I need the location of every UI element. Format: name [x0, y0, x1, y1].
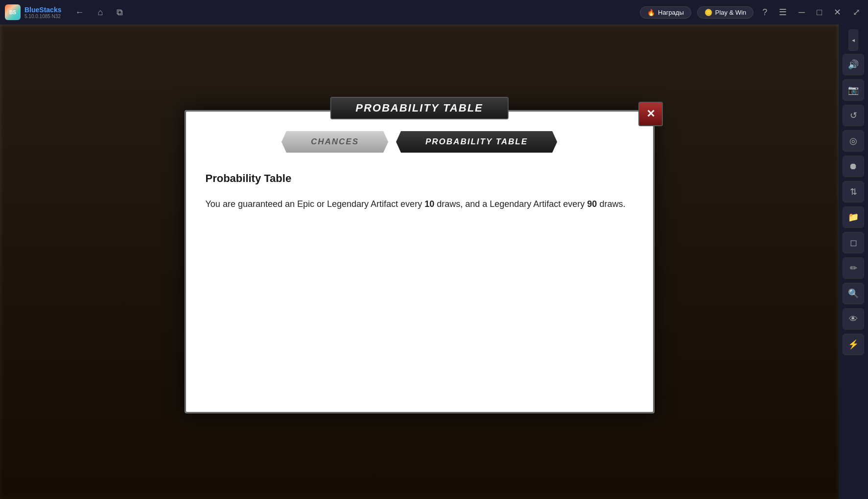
body-middle: draws, and a Legendary Artifact every [434, 199, 587, 209]
topbar: BS BlueStacks 5.10.0.1085 N32 ← ⌂ ⧉ 🔥 На… [0, 0, 868, 24]
coin-icon: 🪙 [704, 9, 712, 16]
sidebar-record-btn[interactable]: ⏺ [843, 156, 864, 177]
topbar-logo: BS BlueStacks 5.10.0.1085 N32 [5, 4, 61, 20]
body-prefix: You are guaranteed an Epic or Legendary … [206, 199, 425, 209]
modal-close-button[interactable]: ✕ [638, 102, 663, 126]
draws-90-value: 90 [587, 199, 597, 209]
home-button[interactable]: ⌂ [94, 5, 107, 20]
nagrady-label: Награды [658, 9, 684, 16]
close-window-button[interactable]: ✕ [831, 5, 844, 20]
probability-table-content: Probability Table You are guaranteed an … [206, 167, 633, 217]
body-suffix: draws. [597, 199, 625, 209]
topbar-right: 🔥 Награды 🪙 Play & Win ? ☰ ─ □ ✕ ⤢ [640, 5, 863, 20]
modal-tabs: CHANCES PROBABILITY TABLE [206, 126, 633, 153]
help-button[interactable]: ? [759, 5, 770, 20]
tab-chances[interactable]: CHANCES [282, 131, 388, 153]
modal-overlay: PROBABILITY TABLE ✕ CHANCES PROBABILITY … [0, 24, 839, 499]
close-icon: ✕ [646, 108, 655, 120]
app-version: 5.10.0.1085 N32 [24, 14, 61, 19]
sidebar-resize-btn[interactable]: ⇅ [843, 181, 864, 203]
modal-title-bar: PROBABILITY TABLE [330, 97, 509, 119]
modal-content: CHANCES PROBABILITY TABLE Probability Ta… [186, 116, 653, 236]
sidebar-draw-btn[interactable]: ✏ [843, 257, 864, 279]
playwin-button[interactable]: 🪙 Play & Win [697, 6, 754, 19]
draws-10-value: 10 [424, 199, 434, 209]
menu-button[interactable]: ☰ [776, 5, 790, 20]
sidebar-folder-btn[interactable]: 📁 [843, 206, 864, 228]
back-button[interactable]: ← [71, 5, 88, 20]
topbar-nav: ← ⌂ ⧉ [71, 5, 127, 20]
sidebar-settings-btn[interactable]: ◎ [843, 130, 864, 152]
tab-probability-table[interactable]: PROBABILITY TABLE [396, 131, 557, 153]
sidebar-rotate-btn[interactable]: ↺ [843, 105, 864, 126]
sidebar-macro-btn[interactable]: ⚡ [843, 334, 864, 355]
probability-table-modal: PROBABILITY TABLE ✕ CHANCES PROBABILITY … [185, 110, 655, 413]
content-body: You are guaranteed an Epic or Legendary … [206, 197, 633, 212]
content-heading: Probability Table [206, 172, 633, 185]
sidebar-audio-btn[interactable]: 🔊 [843, 54, 864, 75]
modal-title: PROBABILITY TABLE [355, 102, 483, 114]
sidebar-eye-btn[interactable]: 👁 [843, 308, 864, 330]
fire-icon: 🔥 [647, 9, 655, 16]
tabs-button[interactable]: ⧉ [113, 5, 127, 20]
right-sidebar: ◂ 🔊 📷 ↺ ◎ ⏺ ⇅ 📁 ◻ ✏ 🔍 👁 ⚡ [839, 24, 868, 499]
sidebar-screenshot-btn[interactable]: 📷 [843, 79, 864, 101]
sidebar-zoom-btn[interactable]: 🔍 [843, 283, 864, 304]
minimize-button[interactable]: ─ [796, 5, 808, 20]
app-title: BlueStacks [24, 6, 61, 14]
nagrady-button[interactable]: 🔥 Награды [640, 6, 691, 19]
playwin-label: Play & Win [715, 9, 747, 16]
sidebar-window-btn[interactable]: ◻ [843, 232, 864, 253]
bluestacks-logo-icon: BS [5, 4, 21, 20]
maximize-button[interactable]: □ [814, 5, 825, 20]
sidebar-expand-btn[interactable]: ◂ [848, 29, 858, 51]
expand-button[interactable]: ⤢ [850, 5, 863, 20]
